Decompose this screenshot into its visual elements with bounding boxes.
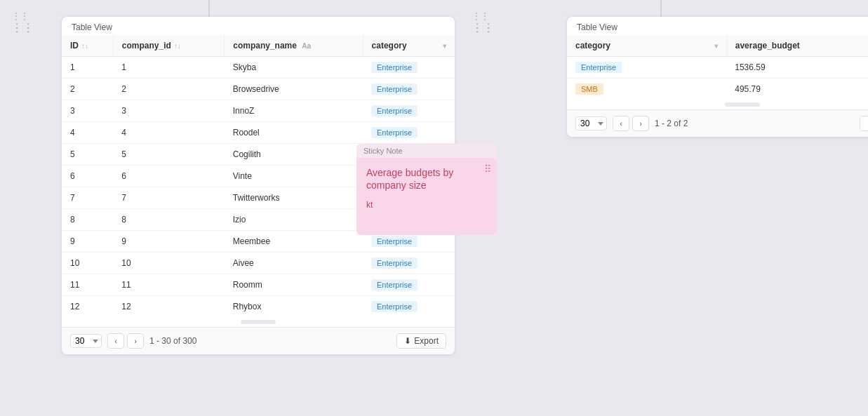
cell-id: 3	[62, 100, 113, 122]
right-table-footer: 30 50 100 ‹ › 1 - 2 of 2 ⬇ Export	[567, 109, 868, 137]
left-page-size-select[interactable]: 30 50 100	[70, 334, 102, 348]
right-table-scroll[interactable]: category ▾ average_budget 1.0	[567, 35, 868, 100]
sticky-drag-handle[interactable]: ⠿	[484, 163, 491, 175]
left-export-button[interactable]: ⬇ Export	[396, 333, 446, 349]
cell-id: 2	[62, 79, 113, 100]
cell-id: 7	[62, 187, 113, 209]
cell-company-name: Roomm	[225, 274, 363, 296]
cell-right-category: SMB	[567, 79, 726, 100]
cell-id: 1	[62, 57, 113, 79]
category-filter-icon[interactable]: ▾	[443, 42, 446, 50]
cell-company-name: Izio	[225, 209, 363, 231]
left-export-label: Export	[414, 336, 439, 346]
right-page-size-select[interactable]: 30 50 100	[575, 116, 607, 130]
cell-company-id: 5	[113, 144, 224, 166]
right-table-panel: Table View category ▾	[567, 17, 868, 137]
cell-company-name: Aivee	[225, 253, 363, 274]
right-category-filter-icon[interactable]: ▾	[714, 42, 718, 50]
cell-category: Enterprise	[363, 100, 455, 122]
col-company-id-label: company_id	[122, 41, 171, 51]
left-export-icon: ⬇	[404, 336, 411, 346]
cell-company-name: Meembee	[225, 231, 363, 253]
left-page-info: 1 - 30 of 300	[149, 336, 391, 346]
col-id-label: ID	[70, 41, 79, 51]
cell-company-name: Browsedrive	[225, 79, 363, 100]
table-row: 4 4 Roodel Enterprise	[62, 122, 455, 144]
table-row: 3 3 InnoZ Enterprise	[62, 100, 455, 122]
right-page-nav: ‹ ›	[613, 116, 649, 131]
sticky-note-header: Sticky Note	[356, 144, 497, 158]
left-panel-drag-handle[interactable]: ⋮⋮	[8, 8, 36, 36]
cell-company-id: 8	[113, 209, 224, 231]
right-panel-title: Table View	[567, 17, 868, 35]
cell-avg-budget: 495.79	[726, 79, 868, 100]
id-sort-icon[interactable]: ↑↓	[81, 42, 88, 50]
sticky-note-content: kt	[366, 200, 487, 210]
right-nav-next[interactable]: ›	[632, 116, 649, 131]
cell-company-name: InnoZ	[225, 100, 363, 122]
right-data-table: category ▾ average_budget 1.0	[567, 35, 868, 100]
right-col-category-label: category	[575, 41, 610, 51]
cell-right-category: Enterprise	[567, 57, 726, 79]
cell-company-name: Twitterworks	[225, 187, 363, 209]
cell-company-name: Rhybox	[225, 296, 363, 318]
cell-category: Enterprise	[363, 274, 455, 296]
cell-company-id: 4	[113, 122, 224, 144]
cell-category: Enterprise	[363, 253, 455, 274]
cell-id: 9	[62, 231, 113, 253]
cell-company-id: 11	[113, 274, 224, 296]
right-section: ⋮⋮ Table View category ▾	[469, 8, 868, 416]
sticky-note-title: Average budgets by company size	[366, 166, 487, 192]
cell-company-id: 10	[113, 253, 224, 274]
cell-category: Enterprise	[363, 122, 455, 144]
cell-category: Enterprise	[363, 57, 455, 79]
cell-company-name: Vinte	[225, 166, 363, 187]
right-page-info: 1 - 2 of 2	[655, 119, 854, 128]
cell-id: 10	[62, 253, 113, 274]
right-export-button[interactable]: ⬇ Export	[860, 116, 868, 131]
cell-company-id: 7	[113, 187, 224, 209]
table-row: 2 2 Browsedrive Enterprise	[62, 79, 455, 100]
table-row: 11 11 Roomm Enterprise	[62, 274, 455, 296]
cell-id: 8	[62, 209, 113, 231]
table-row: 12 12 Rhybox Enterprise	[62, 296, 455, 318]
cell-id: 4	[62, 122, 113, 144]
left-nav-next[interactable]: ›	[127, 333, 144, 349]
left-panel-title: Table View	[62, 17, 455, 35]
cell-company-id: 2	[113, 79, 224, 100]
col-company-name: company_name Aa	[225, 35, 363, 57]
left-scroll-indicator[interactable]	[241, 320, 276, 324]
cell-company-name: Skyba	[225, 57, 363, 79]
cell-company-id: 1	[113, 57, 224, 79]
cell-id: 11	[62, 274, 113, 296]
cell-id: 5	[62, 144, 113, 166]
company-name-type: Aa	[302, 42, 311, 50]
sticky-note-body[interactable]: ⠿ Average budgets by company size kt	[356, 158, 497, 235]
cell-company-name: Roodel	[225, 122, 363, 144]
cell-id: 6	[62, 166, 113, 187]
left-page-nav: ‹ ›	[107, 333, 144, 349]
cell-id: 12	[62, 296, 113, 318]
col-category-label: category	[372, 41, 407, 51]
right-panel-drag-handle[interactable]: ⋮⋮	[469, 8, 497, 36]
left-nav-prev[interactable]: ‹	[107, 333, 124, 349]
cell-company-id: 12	[113, 296, 224, 318]
cell-category: Enterprise	[363, 296, 455, 318]
table-row: SMB 495.79	[567, 79, 868, 100]
table-row: Enterprise 1536.59	[567, 57, 868, 79]
col-category: category ▾	[363, 35, 455, 57]
company-id-sort-icon[interactable]: ↑↓	[174, 42, 181, 50]
right-scroll-indicator[interactable]	[725, 102, 760, 107]
col-id: ID ↑↓	[62, 35, 113, 57]
cell-company-id: 9	[113, 231, 224, 253]
right-col-avg-budget: average_budget 1.0	[726, 35, 868, 57]
cell-category: Enterprise	[363, 79, 455, 100]
left-table-footer: 30 50 100 ‹ › 1 - 30 of 300 ⬇ Export	[62, 327, 455, 354]
cell-company-name: Cogilith	[225, 144, 363, 166]
right-nav-prev[interactable]: ‹	[613, 116, 629, 131]
cell-company-id: 6	[113, 166, 224, 187]
table-row: 1 1 Skyba Enterprise	[62, 57, 455, 79]
col-company-id: company_id ↑↓	[113, 35, 224, 57]
right-col-avg-budget-label: average_budget	[735, 41, 800, 51]
cell-avg-budget: 1536.59	[726, 57, 868, 79]
